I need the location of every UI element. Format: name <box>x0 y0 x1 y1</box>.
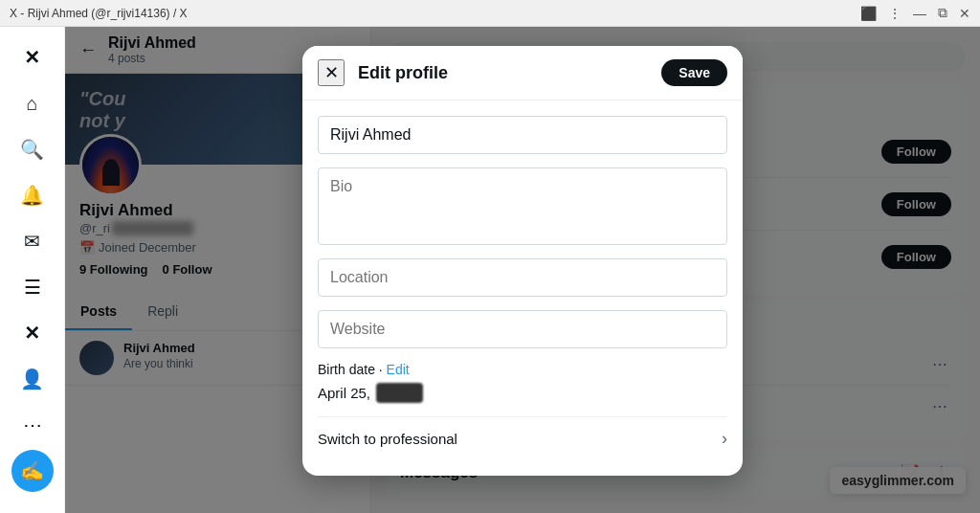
birth-date-value: April 25, 1999 <box>318 383 727 403</box>
birth-date-edit-link[interactable]: Edit <box>387 362 410 377</box>
bookmarks-icon: ☰ <box>24 276 41 299</box>
modal-title: Edit profile <box>358 63 448 83</box>
sidebar-item-home[interactable]: ⌂ <box>11 82 54 124</box>
birth-date-section: Birth date · Edit April 25, 1999 <box>318 362 727 403</box>
notifications-icon: 🔔 <box>20 184 44 207</box>
modal-save-button[interactable]: Save <box>661 59 727 86</box>
modal-overlay[interactable]: ✕ Edit profile Save <box>65 27 980 513</box>
sidebar-item-bookmarks[interactable]: ☰ <box>11 266 54 308</box>
close-icon[interactable]: ✕ <box>959 6 970 21</box>
switch-professional-label: Switch to professional <box>318 431 457 447</box>
post-icon: ✍ <box>20 459 44 482</box>
envelope-icon: ✉ <box>24 230 40 253</box>
sidebar-item-profile[interactable]: 👤 <box>11 358 54 400</box>
sidebar: ✕ ⌂ 🔍 🔔 ✉ ☰ ✕ 👤 ⋯ ✍ <box>0 27 65 513</box>
main-content: ← Rijvi Ahmed 4 posts "Counot y Rijvi Ah… <box>65 27 980 513</box>
browser-content: ✕ ⌂ 🔍 🔔 ✉ ☰ ✕ 👤 ⋯ ✍ <box>0 27 980 513</box>
switch-professional[interactable]: Switch to professional › <box>318 416 727 460</box>
bio-field <box>318 167 727 245</box>
grok-icon: ✕ <box>24 322 40 345</box>
edit-profile-modal: ✕ Edit profile Save <box>302 46 743 476</box>
website-input[interactable] <box>330 321 715 338</box>
birth-date-label: Birth date · Edit <box>318 362 727 377</box>
sidebar-item-post[interactable]: ✍ <box>11 450 54 492</box>
modal-body: Birth date · Edit April 25, 1999 Switch … <box>302 100 743 476</box>
name-input[interactable] <box>330 126 715 144</box>
search-icon: 🔍 <box>20 138 44 161</box>
more-icon: ⋯ <box>23 413 42 436</box>
sidebar-item-grok[interactable]: ✕ <box>11 312 54 354</box>
location-field <box>318 258 727 297</box>
minimize-icon[interactable]: — <box>913 6 926 21</box>
location-input[interactable] <box>330 269 715 286</box>
sidebar-item-search[interactable]: 🔍 <box>11 128 54 170</box>
window-title: X - Rijvi Ahmed (@r_rijvi14136) / X <box>10 7 188 20</box>
name-field <box>318 116 727 154</box>
maximize-icon[interactable]: ⧉ <box>938 5 947 21</box>
window-controls: ⬛ ⋮ — ⧉ ✕ <box>860 5 970 21</box>
sidebar-icon-x[interactable]: ✕ <box>11 36 54 78</box>
profile-icon: 👤 <box>20 368 44 390</box>
chevron-right-icon: › <box>722 429 727 449</box>
modal-close-button[interactable]: ✕ <box>318 59 345 86</box>
bio-textarea[interactable] <box>330 178 715 231</box>
extensions-icon[interactable]: ⬛ <box>860 6 877 21</box>
birth-year-blurred: 1999 <box>376 383 423 403</box>
modal-header-left: ✕ Edit profile <box>318 59 448 86</box>
modal-header: ✕ Edit profile Save <box>302 46 743 100</box>
sidebar-item-notifications[interactable]: 🔔 <box>11 174 54 216</box>
home-icon: ⌂ <box>26 93 37 115</box>
sidebar-item-more[interactable]: ⋯ <box>11 404 54 446</box>
title-bar: X - Rijvi Ahmed (@r_rijvi14136) / X ⬛ ⋮ … <box>0 0 980 27</box>
website-field <box>318 310 727 348</box>
menu-icon[interactable]: ⋮ <box>888 6 902 21</box>
sidebar-item-messages[interactable]: ✉ <box>11 220 54 262</box>
